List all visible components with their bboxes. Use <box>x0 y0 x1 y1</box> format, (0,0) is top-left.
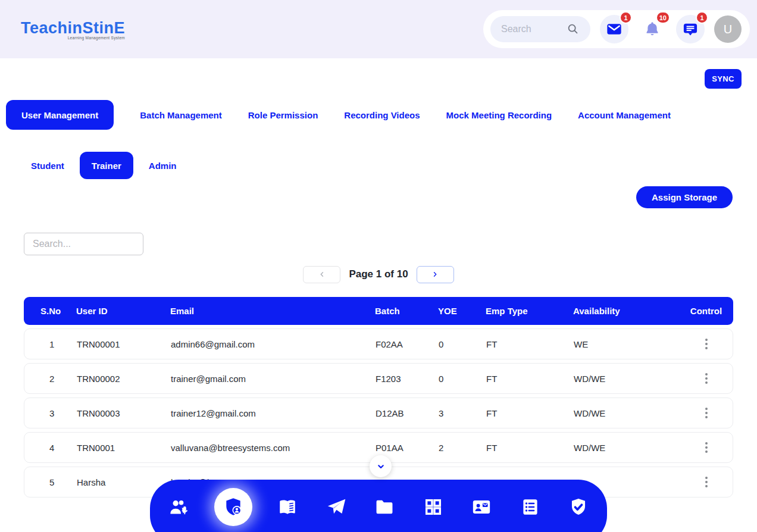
cell-email: trainer12@gmail.com <box>171 408 376 418</box>
subtab-admin[interactable]: Admin <box>149 161 177 171</box>
cell-emp-type: FT <box>486 374 574 384</box>
row-menu-button[interactable] <box>702 439 711 456</box>
mail-icon <box>606 21 623 37</box>
table-search-input[interactable] <box>24 233 143 255</box>
table-header-row: S.No User ID Email Batch YOE Emp Type Av… <box>24 297 733 325</box>
row-menu-button[interactable] <box>702 335 711 353</box>
book-icon <box>277 497 298 517</box>
chat-button[interactable]: 1 <box>676 15 705 43</box>
chevron-left-icon <box>318 270 326 278</box>
brand-name: TeachinStinE <box>21 19 125 37</box>
cell-batch: P01AA <box>376 443 439 453</box>
users-mic-icon <box>168 497 189 517</box>
col-user-id: User ID <box>76 306 170 316</box>
table-row: 2 TRN00002 trainer@gmail.com F1203 0 FT … <box>24 363 733 394</box>
main-nav: User Management Batch Management Role Pe… <box>6 100 671 130</box>
search-icon <box>567 23 580 36</box>
subtab-trainer[interactable]: Trainer <box>80 152 133 179</box>
kebab-menu-icon <box>705 477 708 487</box>
col-email: Email <box>170 306 375 316</box>
nav-send-button[interactable] <box>323 494 349 520</box>
send-icon <box>326 497 346 517</box>
sync-button[interactable]: SYNC <box>705 69 742 89</box>
cell-sno: 5 <box>41 477 77 487</box>
mail-badge: 1 <box>620 11 632 24</box>
collapse-chevron-button[interactable] <box>370 455 392 477</box>
header-toolbar: 1 10 1 U <box>483 10 750 48</box>
kebab-menu-icon <box>705 442 708 453</box>
nav-courses-button[interactable] <box>274 494 301 520</box>
app: TeachinStinE Learning Management System … <box>0 0 757 532</box>
cell-user-id: TRN00003 <box>77 408 171 418</box>
table-row: 1 TRN00001 admin66@gmail.com F02AA 0 FT … <box>24 328 733 359</box>
cell-yoe: 0 <box>439 374 486 384</box>
nav-approvals-button[interactable] <box>565 494 592 520</box>
nav-reports-button[interactable] <box>517 494 543 520</box>
kebab-menu-icon <box>705 373 708 384</box>
page-indicator: Page 1 of 10 <box>349 268 408 280</box>
nav-contacts-button[interactable] <box>468 494 495 520</box>
list-icon <box>520 497 540 517</box>
header-search <box>490 16 590 42</box>
grid-icon <box>423 497 443 517</box>
cell-availability: WD/WE <box>574 443 680 453</box>
tab-account-management[interactable]: Account Management <box>578 110 671 120</box>
chat-icon <box>682 21 699 37</box>
shield-user-icon <box>223 496 244 518</box>
kebab-menu-icon <box>705 408 708 418</box>
col-emp-type: Emp Type <box>486 306 573 316</box>
cell-yoe: 3 <box>439 408 486 418</box>
col-sno: S.No <box>40 306 76 316</box>
cell-email: valluvana@btreesystems.com <box>171 443 376 453</box>
header-search-input[interactable] <box>501 24 567 35</box>
tab-mock-meeting-recording[interactable]: Mock Meeting Recording <box>446 110 552 120</box>
kebab-menu-icon <box>705 339 708 349</box>
table-row: 3 TRN00003 trainer12@gmail.com D12AB 3 F… <box>24 398 733 428</box>
contact-card-icon <box>471 497 492 517</box>
chevron-down-icon <box>375 461 387 472</box>
sub-nav: Student Trainer Admin <box>31 152 177 179</box>
next-page-button[interactable] <box>417 266 454 283</box>
col-batch: Batch <box>375 306 438 316</box>
chevron-right-icon <box>431 270 439 278</box>
cell-emp-type: FT <box>486 408 574 418</box>
tab-batch-management[interactable]: Batch Management <box>140 110 222 120</box>
nav-dashboard-button[interactable] <box>420 494 446 520</box>
nav-users-mic-button[interactable] <box>165 494 192 520</box>
user-avatar[interactable]: U <box>714 15 742 43</box>
assign-storage-button[interactable]: Assign Storage <box>636 186 733 208</box>
cell-batch: F02AA <box>376 339 439 349</box>
cell-batch: D12AB <box>376 408 439 418</box>
cell-sno: 1 <box>41 339 77 349</box>
bottom-nav <box>150 480 607 532</box>
mail-button[interactable]: 1 <box>600 15 628 43</box>
col-control: Control <box>679 306 733 316</box>
brand-logo[interactable]: TeachinStinE Learning Management System <box>21 19 125 40</box>
tab-recording-videos[interactable]: Recording Videos <box>344 110 420 120</box>
cell-availability: WD/WE <box>574 374 680 384</box>
cell-sno: 3 <box>41 408 77 418</box>
row-menu-button[interactable] <box>702 370 711 387</box>
row-menu-button[interactable] <box>702 404 711 422</box>
subtab-student[interactable]: Student <box>31 161 64 171</box>
cell-user-id: TRN00001 <box>77 339 171 349</box>
pagination: Page 1 of 10 <box>0 265 757 283</box>
top-header: TeachinStinE Learning Management System … <box>0 0 757 58</box>
tab-role-permission[interactable]: Role Permission <box>248 110 318 120</box>
col-yoe: YOE <box>438 306 486 316</box>
cell-emp-type: FT <box>486 443 574 453</box>
cell-yoe: 0 <box>439 339 486 349</box>
cell-email: trainer@gmail.com <box>171 374 376 384</box>
cell-user-id: TRN0001 <box>77 443 171 453</box>
notifications-button[interactable]: 10 <box>638 15 667 43</box>
cell-yoe: 2 <box>439 443 486 453</box>
nav-files-button[interactable] <box>371 494 398 520</box>
prev-page-button[interactable] <box>303 266 340 283</box>
shield-check-icon <box>568 497 589 517</box>
cell-sno: 2 <box>41 374 77 384</box>
nav-user-management-button[interactable] <box>214 488 252 526</box>
row-menu-button[interactable] <box>702 473 711 491</box>
cell-email: admin66@gmail.com <box>171 339 376 349</box>
tab-user-management[interactable]: User Management <box>6 100 114 130</box>
chat-badge: 1 <box>696 11 708 24</box>
